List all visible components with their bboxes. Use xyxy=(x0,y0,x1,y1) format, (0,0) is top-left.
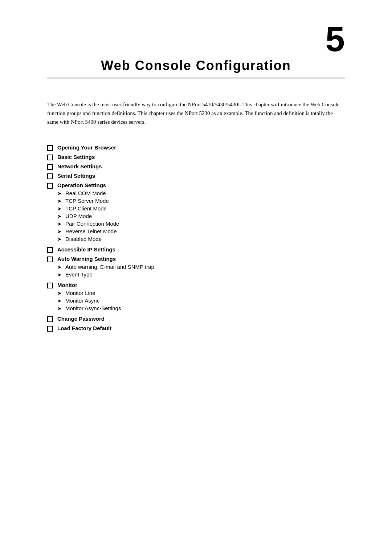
checkbox-icon xyxy=(47,145,53,151)
toc-item-label: Serial Settings xyxy=(57,173,95,179)
sub-item-tcp-client: ➤ TCP Client Mode xyxy=(57,205,119,212)
toc-item-label: Opening Your Browser xyxy=(57,144,116,151)
sub-item-disabled-mode: ➤ Disabled Mode xyxy=(57,236,119,242)
checkbox-icon xyxy=(47,155,53,160)
auto-warning-sub-list: ➤ Auto warning: E-mail and SNMP trap ➤ E… xyxy=(57,264,154,279)
arrow-right-icon: ➤ xyxy=(57,198,62,204)
operation-sub-list: ➤ Real COM Mode ➤ TCP Server Mode ➤ TCP … xyxy=(57,190,119,243)
sub-item-pair-connection: ➤ Pair Connection Mode xyxy=(57,221,119,227)
toc-item-label: Change Password xyxy=(57,316,105,322)
sub-item-real-com: ➤ Real COM Mode xyxy=(57,190,119,196)
sub-item-udp-mode: ➤ UDP Mode xyxy=(57,213,119,219)
sub-item-label: Reverse Telnet Mode xyxy=(65,228,117,234)
sub-item-label: Auto warning: E-mail and SNMP trap xyxy=(65,264,154,270)
sub-item-monitor-async: ➤ Monitor Async xyxy=(57,297,121,304)
sub-item-label: TCP Server Mode xyxy=(65,198,109,204)
toc-item-label: Operation Settings xyxy=(57,182,106,188)
sub-item-label: Event Type xyxy=(65,271,93,278)
chapter-number: 5 xyxy=(326,22,345,57)
arrow-right-icon: ➤ xyxy=(57,305,62,311)
arrow-right-icon: ➤ xyxy=(57,236,62,242)
sub-item-label: Monitor Async-Settings xyxy=(65,305,121,311)
sub-item-label: Disabled Mode xyxy=(65,236,102,242)
chapter-title: Web Console Configuration xyxy=(47,58,345,78)
arrow-right-icon: ➤ xyxy=(57,264,62,270)
toc-item-network-settings: Network Settings xyxy=(47,163,345,170)
sub-item-label: UDP Mode xyxy=(65,213,92,219)
toc-item-label: Monitor xyxy=(57,282,77,288)
toc-item-monitor: Monitor ➤ Monitor Line ➤ Monitor Async ➤… xyxy=(47,282,345,313)
checkbox-icon xyxy=(47,316,53,322)
checkbox-icon xyxy=(47,164,53,170)
checkbox-icon xyxy=(47,183,53,189)
sub-item-label: Real COM Mode xyxy=(65,190,106,196)
toc-item-label: Auto Warning Settings xyxy=(57,256,116,262)
arrow-right-icon: ➤ xyxy=(57,229,62,234)
page: 5 Web Console Configuration The Web Cons… xyxy=(0,0,392,554)
toc-item-load-factory-default: Load Factory Default xyxy=(47,325,345,332)
toc-item-operation-settings: Operation Settings ➤ Real COM Mode ➤ TCP… xyxy=(47,182,345,243)
toc-item-accessible-ip: Accessible IP Settings xyxy=(47,246,345,253)
checkbox-icon xyxy=(47,247,53,253)
sub-item-auto-warning-email: ➤ Auto warning: E-mail and SNMP trap xyxy=(57,264,154,270)
arrow-right-icon: ➤ xyxy=(57,213,62,219)
arrow-right-icon: ➤ xyxy=(57,298,62,304)
toc-item-label: Network Settings xyxy=(57,163,102,169)
toc-item-opening-browser: Opening Your Browser xyxy=(47,144,345,151)
checkbox-icon xyxy=(47,283,53,288)
sub-item-monitor-async-settings: ➤ Monitor Async-Settings xyxy=(57,305,121,311)
toc-item-basic-settings: Basic Settings xyxy=(47,154,345,160)
arrow-right-icon: ➤ xyxy=(57,190,62,196)
sub-item-label: TCP Client Mode xyxy=(65,205,107,212)
toc-item-auto-warning: Auto Warning Settings ➤ Auto warning: E-… xyxy=(47,256,345,279)
sub-item-label: Monitor Line xyxy=(65,290,95,296)
checkbox-icon xyxy=(47,173,53,179)
sub-item-tcp-server: ➤ TCP Server Mode xyxy=(57,198,119,204)
sub-item-label: Monitor Async xyxy=(65,297,99,304)
toc-item-label: Accessible IP Settings xyxy=(57,246,115,253)
sub-item-reverse-telnet: ➤ Reverse Telnet Mode xyxy=(57,228,119,234)
toc-list: Opening Your Browser Basic Settings Netw… xyxy=(47,144,345,332)
toc-item-change-password: Change Password xyxy=(47,316,345,322)
checkbox-icon xyxy=(47,257,53,262)
sub-item-event-type: ➤ Event Type xyxy=(57,271,154,278)
arrow-right-icon: ➤ xyxy=(57,221,62,227)
arrow-right-icon: ➤ xyxy=(57,272,62,278)
sub-item-monitor-line: ➤ Monitor Line xyxy=(57,290,121,296)
intro-text: The Web Console is the most user-friendl… xyxy=(47,100,345,126)
sub-item-label: Pair Connection Mode xyxy=(65,221,119,227)
arrow-right-icon: ➤ xyxy=(57,290,62,296)
arrow-right-icon: ➤ xyxy=(57,206,62,212)
toc-item-serial-settings: Serial Settings xyxy=(47,173,345,179)
toc-item-label: Load Factory Default xyxy=(57,325,111,331)
monitor-sub-list: ➤ Monitor Line ➤ Monitor Async ➤ Monitor… xyxy=(57,290,121,313)
toc-item-label: Basic Settings xyxy=(57,154,95,160)
checkbox-icon xyxy=(47,326,53,332)
